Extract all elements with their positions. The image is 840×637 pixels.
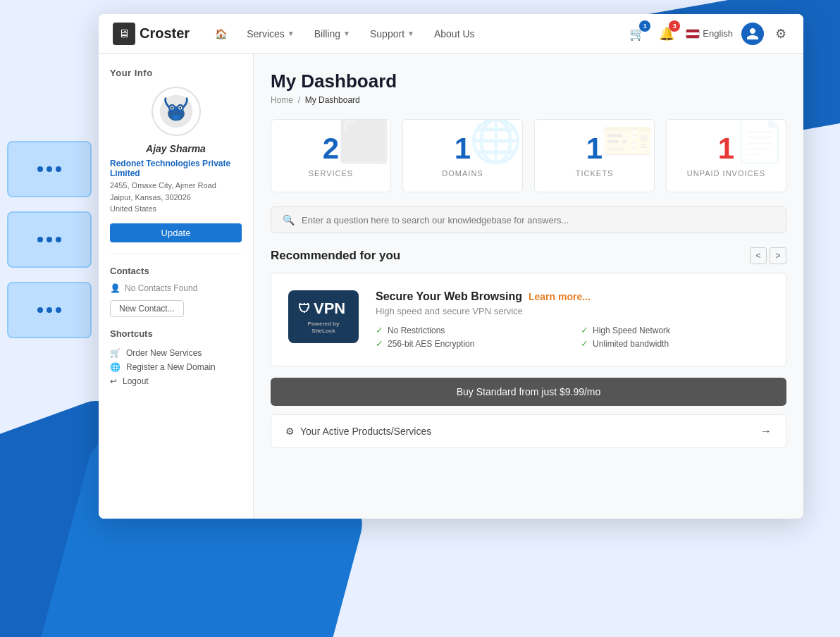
user-icon <box>746 27 760 41</box>
stat-invoices[interactable]: 📄 1 UNPAID INVOICES <box>666 119 786 192</box>
brand-name: Croster <box>140 25 190 42</box>
domain-shortcut-icon: 🌐 <box>110 362 121 372</box>
invoices-bg-icon: 📄 <box>733 120 786 162</box>
vpn-learn-more[interactable]: Learn more... <box>529 291 591 302</box>
services-caret: ▼ <box>288 30 295 37</box>
vpn-features: ✓ No Restrictions ✓ High Speed Network ✓… <box>376 325 769 349</box>
breadcrumb-home[interactable]: Home <box>271 95 293 105</box>
flag-icon <box>686 29 700 39</box>
vpn-subtitle: High speed and secure VPN service <box>376 306 769 316</box>
user-avatar-icon <box>159 94 194 129</box>
sidebar: Your Info <box>99 54 254 519</box>
recommended-title: Recommended for you <box>271 249 400 263</box>
domains-bg-icon: 🌐 <box>469 120 522 162</box>
nav-home[interactable]: 🏠 <box>206 24 235 44</box>
vpn-feature-4: ✓ Unlimited bandwidth <box>581 338 769 349</box>
support-caret: ▼ <box>407 30 414 37</box>
nav-about[interactable]: About Us <box>426 24 483 44</box>
settings-button[interactable]: ⚙ <box>772 23 789 44</box>
company-name: Redonet Technologies Private Limited <box>110 159 242 178</box>
buy-button[interactable]: Buy Standard from just $9.99/mo <box>271 378 786 406</box>
shortcut-logout[interactable]: ↩ Logout <box>110 374 242 388</box>
active-products-title: ⚙ Your Active Products/Services <box>285 426 431 437</box>
vpn-info: Secure Your Web Browsing Learn more... H… <box>376 290 769 349</box>
vpn-logo-text: VPN <box>314 299 345 319</box>
side-panel-3[interactable] <box>7 282 92 338</box>
vpn-feature-1: ✓ No Restrictions <box>376 325 564 335</box>
check-icon-4: ✓ <box>581 338 588 349</box>
divider-1 <box>110 254 242 254</box>
stat-services[interactable]: ⬛ 2 SERVICES <box>271 119 391 192</box>
your-info-title: Your Info <box>110 68 242 78</box>
prev-arrow[interactable]: < <box>750 247 767 264</box>
invoices-label: UNPAID INVOICES <box>678 169 774 178</box>
update-button[interactable]: Update <box>110 223 242 242</box>
address-line1: 2455, Omaxe City, Ajmer Road <box>110 180 242 192</box>
brand-icon: 🖥 <box>113 23 135 45</box>
cart-button[interactable]: 🛒 1 <box>626 23 648 44</box>
language-selector[interactable]: English <box>686 28 733 39</box>
vpn-logo-box: 🛡 VPN Powered by SiteLock <box>288 290 359 343</box>
vpn-feature-2: ✓ High Speed Network <box>581 325 769 335</box>
next-arrow[interactable]: > <box>770 247 786 264</box>
check-icon-1: ✓ <box>376 325 383 335</box>
nav-support[interactable]: Support ▼ <box>362 24 423 44</box>
stat-domains[interactable]: 🌐 1 DOMAINS <box>402 119 523 192</box>
address-line3: United States <box>110 203 242 215</box>
side-panel-1[interactable] <box>7 141 92 197</box>
browser-window: 🖥 Croster 🏠 Services ▼ Billing ▼ Support… <box>99 14 803 519</box>
svg-point-16 <box>171 107 173 109</box>
active-products-header[interactable]: ⚙ Your Active Products/Services → <box>271 414 786 448</box>
vpn-title: Secure Your Web Browsing Learn more... <box>376 290 769 303</box>
search-bar: 🔍 <box>271 206 786 233</box>
search-icon: 🔍 <box>283 214 295 225</box>
bell-button[interactable]: 🔔 3 <box>656 23 677 44</box>
breadcrumb-current: My Dashboard <box>305 95 360 105</box>
tickets-label: TICKETS <box>546 169 643 178</box>
active-products-arrow: → <box>760 425 772 438</box>
stats-row: ⬛ 2 SERVICES 🌐 1 DOMAINS 🎫 1 TICKETS 📄 1 <box>271 119 786 192</box>
cart-shortcut-icon: 🛒 <box>110 348 121 358</box>
dashboard: My Dashboard Home / My Dashboard ⬛ 2 SER… <box>254 54 803 519</box>
vpn-logo-sub: Powered by SiteLock <box>298 321 349 335</box>
vpn-card: 🛡 VPN Powered by SiteLock Secure Your We… <box>271 273 786 366</box>
tickets-bg-icon: 🎫 <box>601 120 654 162</box>
domains-label: DOMAINS <box>414 169 511 178</box>
page-title: My Dashboard <box>271 70 786 92</box>
user-avatar-large <box>152 87 201 136</box>
shortcut-order-services[interactable]: 🛒 Order New Services <box>110 346 242 360</box>
no-contacts-message: 👤 No Contacts Found <box>110 283 242 293</box>
shortcuts-title: Shortcuts <box>110 328 242 339</box>
nav-arrows: < > <box>750 247 786 264</box>
person-icon: 👤 <box>110 283 121 293</box>
main-content: Your Info <box>99 54 803 519</box>
svg-point-17 <box>179 107 181 109</box>
logout-shortcut-icon: ↩ <box>110 376 117 386</box>
shortcut-register-domain[interactable]: 🌐 Register a New Domain <box>110 360 242 374</box>
nav-services[interactable]: Services ▼ <box>238 24 303 44</box>
stat-tickets[interactable]: 🎫 1 TICKETS <box>534 119 655 192</box>
billing-caret: ▼ <box>343 30 350 37</box>
address-line2: Jaipur, Kansas, 302026 <box>110 192 242 204</box>
svg-point-18 <box>173 115 180 120</box>
contacts-title: Contacts <box>110 266 242 276</box>
services-label: SERVICES <box>283 169 379 178</box>
check-icon-3: ✓ <box>376 338 383 349</box>
navbar: 🖥 Croster 🏠 Services ▼ Billing ▼ Support… <box>99 14 803 54</box>
new-contact-button[interactable]: New Contact... <box>110 300 184 317</box>
check-icon-2: ✓ <box>581 325 588 335</box>
vpn-logo: 🛡 VPN Powered by SiteLock <box>288 290 359 343</box>
brand[interactable]: 🖥 Croster <box>113 23 190 45</box>
recommended-section-header: Recommended for you < > <box>271 247 786 264</box>
services-bg-icon: ⬛ <box>338 120 390 162</box>
left-side-panels <box>0 141 92 338</box>
search-input[interactable] <box>302 215 774 225</box>
nav-billing[interactable]: Billing ▼ <box>306 24 359 44</box>
navbar-right: 🛒 1 🔔 3 English ⚙ <box>626 23 789 45</box>
home-icon: 🏠 <box>215 28 227 39</box>
user-avatar-nav[interactable] <box>741 23 764 45</box>
side-panel-2[interactable] <box>7 211 92 268</box>
cart-badge: 1 <box>639 20 650 32</box>
breadcrumb: Home / My Dashboard <box>271 95 786 105</box>
user-name: Ajay Sharma <box>110 143 242 154</box>
